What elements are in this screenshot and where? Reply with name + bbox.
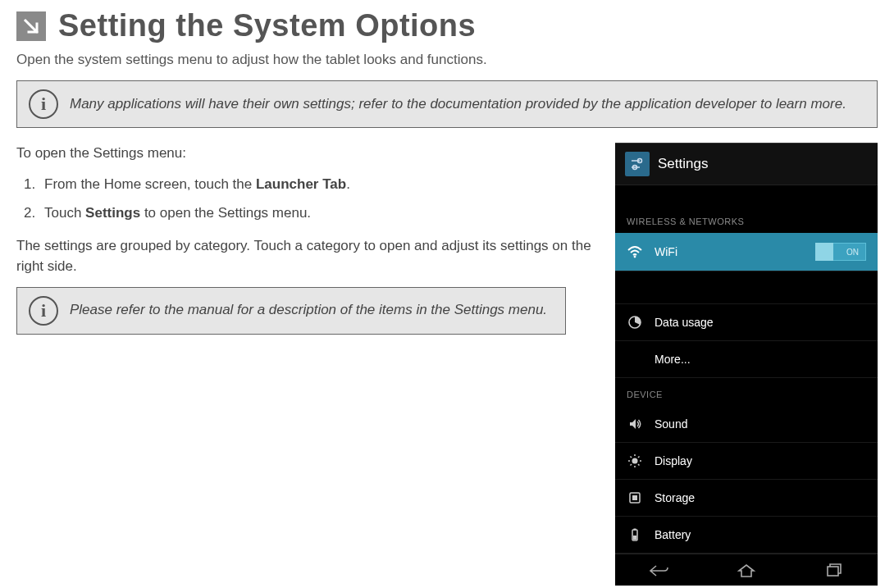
back-icon[interactable] [647,563,670,579]
note-text-2: Please refer to the manual for a descrip… [70,301,547,320]
step1-pre: From the Home screen, touch the [44,176,256,192]
step1-bold: Launcher Tab [256,176,346,192]
sound-icon [627,416,643,432]
wifi-toggle[interactable]: ON [815,243,866,261]
grouped-text: The settings are grouped by category. To… [16,235,595,277]
wifi-label: WiFi [655,245,677,258]
display-icon [627,453,643,469]
section-wireless: WIRELESS & NETWORKS [615,205,878,233]
svg-rect-18 [828,567,838,576]
blank-row [615,271,878,304]
data-usage-icon [627,314,643,330]
info-icon: i [29,296,58,326]
storage-label: Storage [655,491,695,504]
step1-post: . [346,176,350,192]
sound-row[interactable]: Sound [615,406,878,443]
data-usage-row[interactable]: Data usage [615,304,878,341]
svg-line-10 [638,464,640,466]
page-title: Setting the System Options [58,8,476,43]
svg-rect-17 [633,536,636,540]
svg-line-12 [638,457,640,458]
toggle-on-label: ON [846,248,859,257]
settings-app-icon [625,152,650,176]
tablet-screenshot: Settings WIRELESS & NETWORKS WiFi ON Dat… [615,143,878,586]
nav-bar [615,554,878,586]
sound-label: Sound [655,417,687,431]
battery-icon [627,526,643,543]
display-label: Display [655,454,692,467]
instructions-lead: To open the Settings menu: [16,143,595,164]
step2-pre: Touch [44,205,85,221]
storage-icon [627,490,643,506]
battery-label: Battery [655,528,691,541]
more-row[interactable]: More... [615,341,878,378]
section-arrow-icon [16,11,46,41]
note-box-2: i Please refer to the manual for a descr… [16,287,566,335]
svg-rect-16 [634,529,636,531]
more-label: More... [655,353,691,366]
step2-post: to open the Settings menu. [140,205,311,221]
note-text-1: Many applications will have their own se… [70,95,846,114]
settings-header-text: Settings [658,156,708,172]
intro-text: Open the system settings menu to adjust … [16,52,878,68]
svg-rect-14 [632,495,637,500]
info-icon: i [29,89,58,119]
wifi-row[interactable]: WiFi ON [615,233,878,271]
note-box-1: i Many applications will have their own … [16,80,878,128]
display-row[interactable]: Display [615,443,878,480]
settings-header: Settings [615,144,878,185]
svg-point-4 [632,458,638,464]
wifi-icon [627,244,643,260]
svg-line-9 [631,457,632,458]
svg-line-11 [631,464,632,466]
svg-point-2 [634,256,636,258]
data-usage-label: Data usage [655,316,714,329]
step2-bold: Settings [85,205,140,221]
home-icon[interactable] [735,563,758,579]
section-device: DEVICE [615,378,878,406]
recent-icon[interactable] [823,563,846,579]
step-1: From the Home screen, touch the Launcher… [39,174,595,195]
battery-row[interactable]: Battery [615,517,878,554]
storage-row[interactable]: Storage [615,480,878,517]
step-2: Touch Settings to open the Settings menu… [39,203,595,224]
